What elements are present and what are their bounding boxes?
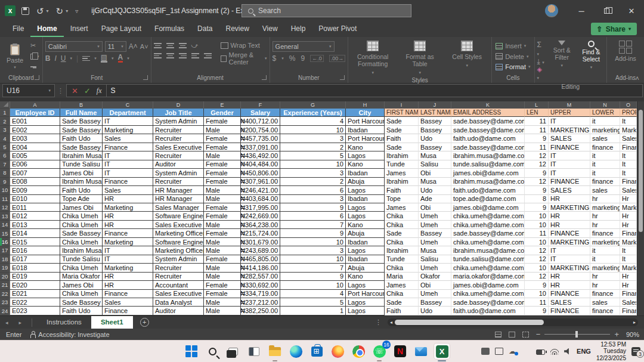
cell[interactable]: Sade Bassey: [60, 126, 103, 134]
cell[interactable]: Marketing: [620, 264, 637, 272]
cell[interactable]: IT: [103, 246, 153, 255]
cell[interactable]: E011: [10, 203, 60, 212]
cell[interactable]: Marketing Officer: [153, 246, 204, 255]
cell[interactable]: Recruiter: [153, 126, 204, 134]
cell[interactable]: Male: [204, 186, 241, 194]
font-color-icon[interactable]: A: [118, 54, 123, 63]
cell[interactable]: 10: [280, 126, 346, 134]
cell[interactable]: Ibrahim Musa: [60, 246, 103, 255]
cell[interactable]: Faith: [385, 134, 419, 143]
cell[interactable]: Lagos: [346, 186, 385, 194]
cell[interactable]: faith.udo@dame.com: [451, 134, 525, 143]
cell[interactable]: Sales Executive: [153, 221, 204, 229]
cell[interactable]: E012: [10, 212, 60, 220]
widgets-icon[interactable]: [246, 344, 262, 359]
clear-button[interactable]: ◈ ▾: [537, 66, 546, 81]
menu-tab-power-pivot[interactable]: Power Pivot: [312, 21, 363, 37]
cell[interactable]: 12: [525, 255, 549, 264]
row-header-12[interactable]: 12: [0, 203, 10, 212]
underline-button[interactable]: U: [61, 54, 66, 63]
cell[interactable]: IT: [549, 255, 590, 264]
cell[interactable]: James: [385, 203, 419, 212]
cell[interactable]: faith.udo@dame.com: [451, 307, 525, 315]
cell[interactable]: Female: [204, 169, 241, 177]
cell[interactable]: ₦404,484.00: [241, 160, 280, 169]
cell[interactable]: 9: [525, 281, 549, 289]
language-indicator[interactable]: ENG: [577, 348, 591, 355]
cell[interactable]: Finance: [103, 290, 153, 298]
cell[interactable]: Sales Executive: [153, 290, 204, 298]
cell[interactable]: Umeh: [419, 212, 451, 220]
row-header-21[interactable]: 21: [0, 281, 10, 289]
cell[interactable]: E001: [10, 117, 60, 125]
wrap-text-button[interactable]: Wrap Text: [221, 42, 267, 49]
header-cell[interactable]: LEN: [525, 109, 549, 117]
cell[interactable]: E007: [10, 169, 60, 177]
cell[interactable]: 7: [280, 221, 346, 229]
cell[interactable]: ₦382,250.00: [241, 307, 280, 315]
cell[interactable]: Abuja: [346, 229, 385, 237]
autosum-button[interactable]: Σ ▾: [537, 41, 546, 57]
fill-button[interactable]: ⤓ ▾: [537, 57, 546, 66]
align-center-icon[interactable]: [166, 52, 174, 60]
cell[interactable]: Female: [204, 203, 241, 212]
cell[interactable]: Sade: [385, 117, 419, 125]
bold-button[interactable]: B: [45, 54, 51, 63]
cell[interactable]: Tope Ade: [60, 195, 103, 203]
format-cells-button[interactable]: Format▾: [496, 62, 530, 72]
cell[interactable]: Finance: [620, 178, 637, 186]
user-avatar[interactable]: [545, 4, 558, 17]
cell[interactable]: Male: [204, 221, 241, 229]
cell[interactable]: Okafor: [419, 273, 451, 281]
cell[interactable]: Faith Udo: [60, 134, 103, 143]
conditional-formatting-button[interactable]: Conditional Formatting▾: [351, 39, 395, 76]
cell[interactable]: System Admin: [153, 169, 204, 177]
menu-tab-file[interactable]: File: [6, 21, 30, 37]
cell[interactable]: Hr: [620, 281, 637, 289]
cell-styles-button[interactable]: Cell Styles▾: [445, 39, 489, 76]
cell[interactable]: 9: [525, 203, 549, 212]
number-format-combo[interactable]: General▾: [273, 41, 335, 52]
cell[interactable]: ibrahim.musa@dame.com: [451, 246, 525, 255]
cell[interactable]: Tope: [385, 195, 419, 203]
cell[interactable]: Sales: [103, 298, 153, 307]
cell[interactable]: 6: [280, 186, 346, 194]
cell[interactable]: Sales: [103, 134, 153, 143]
row-header-5[interactable]: 5: [0, 143, 10, 151]
cell[interactable]: sade.bassey@dame.com: [451, 126, 525, 134]
cell[interactable]: Software Engineer: [153, 238, 204, 246]
sheet-nav-next-icon[interactable]: ▸: [14, 320, 27, 326]
cell[interactable]: James Obi: [60, 281, 103, 289]
cell[interactable]: 8: [525, 195, 549, 203]
cell[interactable]: 10: [280, 281, 346, 289]
header-cell[interactable]: City: [346, 109, 385, 117]
cell[interactable]: E014: [10, 229, 60, 237]
cell[interactable]: Recruiter: [153, 151, 204, 160]
cell[interactable]: 10: [280, 238, 346, 246]
cell[interactable]: Kano: [346, 273, 385, 281]
cell[interactable]: Kano: [346, 143, 385, 151]
cell[interactable]: sade.bassey@dame.com: [451, 298, 525, 307]
cell[interactable]: 4: [280, 290, 346, 298]
row-header-10[interactable]: 10: [0, 186, 10, 194]
row-header-19[interactable]: 19: [0, 264, 10, 272]
cell[interactable]: HR: [103, 281, 153, 289]
cell[interactable]: Umeh: [419, 290, 451, 298]
cell[interactable]: HR: [103, 221, 153, 229]
align-bottom-icon[interactable]: [179, 42, 187, 49]
cell[interactable]: Obi: [419, 169, 451, 177]
firefox-icon[interactable]: [330, 344, 345, 359]
cell[interactable]: HR: [103, 212, 153, 220]
cell[interactable]: it: [590, 117, 620, 125]
column-header-J[interactable]: J: [419, 101, 451, 109]
cell[interactable]: Finance: [103, 143, 153, 151]
cell[interactable]: Female: [204, 134, 241, 143]
addins-button[interactable]: Add-ins: [609, 39, 642, 74]
cell[interactable]: Chika Umeh: [60, 264, 103, 272]
cell[interactable]: Umeh: [419, 264, 451, 272]
cell[interactable]: James Obi: [60, 169, 103, 177]
vertical-scrollbar-thumb[interactable]: [639, 110, 643, 232]
menu-tab-page-layout[interactable]: Page Layout: [95, 21, 148, 37]
cell[interactable]: E009: [10, 186, 60, 194]
excel-app-icon[interactable]: x: [5, 5, 16, 16]
